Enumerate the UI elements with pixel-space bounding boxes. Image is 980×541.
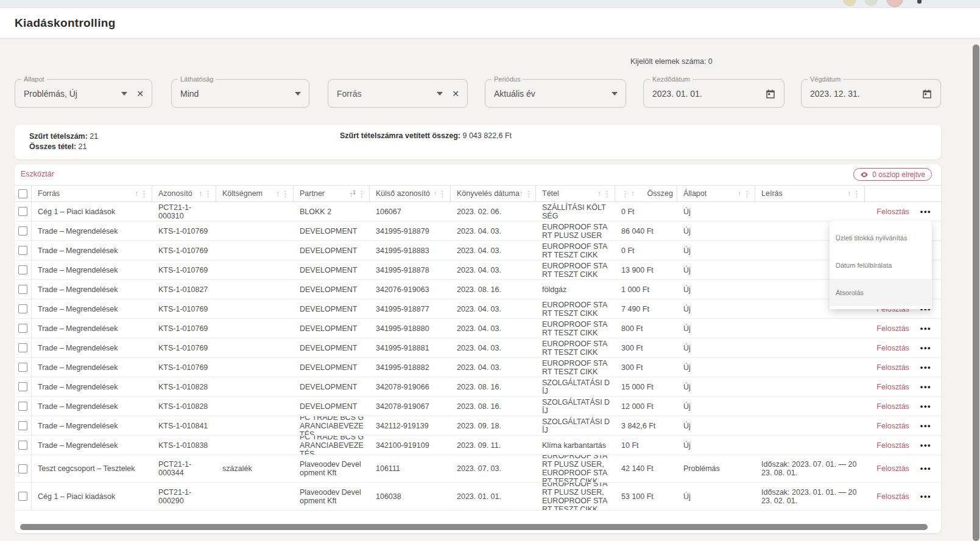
column-menu-icon[interactable]: ⋮ [743, 190, 751, 198]
column-menu-icon[interactable]: ⋮ [358, 190, 365, 198]
horizontal-scrollbar[interactable] [20, 524, 928, 530]
row-checkbox[interactable] [18, 421, 27, 430]
sort-icon[interactable]: ↑ [520, 190, 523, 197]
row-menu-button[interactable]: ••• [920, 464, 931, 473]
filter-lathatosag[interactable]: Láthatóság Mind [171, 79, 309, 108]
filter-periodus[interactable]: Periódus Aktuális év [485, 79, 626, 108]
menu-item-atsorolas[interactable]: Átsorolás [830, 279, 932, 306]
column-menu-icon[interactable]: ⋮ [281, 190, 289, 198]
row-menu-button[interactable]: ••• [920, 324, 931, 333]
row-checkbox[interactable] [18, 492, 27, 501]
sort-icon[interactable]: ↑ [847, 190, 851, 197]
column-menu-icon[interactable]: ⋮ [439, 190, 446, 198]
row-menu-button[interactable]: ••• [920, 402, 931, 411]
hidden-columns-pill[interactable]: 0 oszlop elrejtve [853, 168, 932, 181]
user-avatar[interactable] [886, 0, 903, 7]
felosztas-button[interactable]: Felosztás [876, 208, 909, 216]
row-checkbox[interactable] [18, 207, 27, 216]
row-checkbox[interactable] [18, 464, 27, 473]
row-checkbox[interactable] [18, 402, 27, 411]
column-menu-icon[interactable]: ⋮ [525, 190, 533, 198]
row-checkbox[interactable] [18, 441, 27, 450]
table-row[interactable]: Trade – Megrendelések KTS-1-010828 DEVEL… [15, 377, 941, 397]
menu-item-datum-felulbiralata[interactable]: Dátum felülbírálata [830, 251, 932, 279]
chevron-down-icon[interactable] [612, 92, 618, 96]
filter-vegdatum[interactable]: Végdátum 2023. 12. 31. [801, 79, 941, 108]
language-flag-icon[interactable] [843, 0, 856, 6]
calendar-icon[interactable] [922, 88, 932, 99]
column-menu-icon[interactable]: ⋮ [140, 190, 148, 198]
table-row[interactable]: Trade – Megrendelések KTS-1-010769 DEVEL… [15, 338, 941, 358]
toolbar-button[interactable]: Eszköztár [21, 170, 54, 178]
table-row[interactable]: Trade – Megrendelések KTS-1-010838 PC TR… [15, 436, 941, 455]
calendar-icon[interactable] [765, 88, 776, 99]
sort-icon[interactable]: ↑1 [349, 189, 356, 198]
table-row[interactable]: Teszt cegcsoport – Tesztelek PCT21-1-000… [15, 455, 941, 483]
row-checkbox[interactable] [18, 343, 27, 352]
felosztas-button[interactable]: Felosztás [876, 324, 909, 333]
table-row[interactable]: Trade – Megrendelések KTS-1-010841 PC TR… [15, 416, 941, 436]
row-menu-button[interactable]: ••• [920, 492, 931, 501]
row-menu-button[interactable]: ••• [920, 422, 931, 430]
row-menu-button[interactable]: ••• [920, 441, 931, 450]
cell-item: SZÁLLÍTÁSI KÖLTSÉG [536, 202, 615, 221]
table-row[interactable]: Trade – Megrendelések KTS-1-010769 DEVEL… [15, 241, 941, 260]
table-row[interactable]: Cég 1 – Piaci kiadások PCT21-1-000310 BL… [15, 202, 941, 222]
column-menu-icon[interactable]: ⋮ [853, 190, 861, 198]
felosztas-button[interactable]: Felosztás [876, 464, 909, 473]
sort-icon[interactable]: ↑ [433, 190, 437, 197]
table-row[interactable]: Trade – Megrendelések KTS-1-010769 DEVEL… [15, 358, 941, 377]
row-checkbox[interactable] [18, 226, 27, 236]
row-checkbox[interactable] [18, 285, 27, 294]
row-checkbox[interactable] [18, 304, 27, 313]
felosztas-button[interactable]: Felosztás [876, 383, 909, 391]
felosztas-button[interactable]: Felosztás [876, 441, 909, 450]
table-row[interactable]: Trade – Megrendelések KTS-1-010769 DEVEL… [15, 260, 941, 280]
felosztas-button[interactable]: Felosztás [876, 402, 909, 411]
column-menu-icon[interactable]: ⋮ [621, 190, 629, 198]
sort-icon[interactable]: ↑ [738, 190, 741, 197]
row-checkbox[interactable] [18, 246, 27, 255]
row-menu-button[interactable]: ••• [920, 363, 931, 372]
vertical-scrollbar[interactable] [973, 44, 979, 541]
felosztas-button[interactable]: Felosztás [876, 492, 909, 501]
table-row[interactable]: Trade – Megrendelések KTS-1-010769 DEVEL… [15, 299, 941, 319]
table-row[interactable]: Trade – Megrendelések KTS-1-010769 DEVEL… [15, 222, 941, 241]
table-row[interactable]: Trade – Megrendelések KTS-1-010828 DEVEL… [15, 397, 941, 416]
status-cell: Új [677, 280, 755, 299]
sort-icon[interactable]: ↑ [631, 190, 635, 197]
cell-source: Trade – Megrendelések [32, 358, 152, 377]
chevron-down-icon[interactable] [295, 92, 301, 96]
row-checkbox[interactable] [18, 382, 27, 391]
filter-allapot[interactable]: Állapot Problémás, Új ✕ [15, 79, 152, 108]
chevron-down-icon[interactable] [437, 92, 443, 96]
menu-item-uzleti-titok[interactable]: Üzleti titokká nyilvánítás [830, 224, 932, 251]
table-row[interactable]: Cég 1 – Piaci kiadások PCT21-1-000290 Pl… [15, 483, 941, 511]
column-menu-icon[interactable]: ⋮ [204, 190, 212, 198]
row-checkbox[interactable] [18, 265, 27, 274]
help-icon[interactable] [917, 0, 922, 4]
row-menu-button[interactable]: ••• [920, 344, 931, 352]
clear-icon[interactable]: ✕ [452, 89, 459, 98]
sort-icon[interactable]: ↑ [276, 190, 280, 197]
chevron-down-icon[interactable] [121, 92, 127, 96]
felosztas-button[interactable]: Felosztás [876, 363, 909, 372]
felosztas-button[interactable]: Felosztás [876, 422, 909, 430]
row-checkbox[interactable] [18, 324, 27, 333]
select-all-checkbox[interactable] [18, 189, 27, 198]
cell-item: EUROPROOF START TESZT CIKK [536, 319, 615, 338]
language-flag-icon[interactable] [864, 0, 878, 6]
table-row[interactable]: Trade – Megrendelések KTS-1-010769 DEVEL… [15, 319, 941, 338]
filter-forras[interactable]: Forrás ✕ [328, 79, 468, 108]
table-row[interactable]: Trade – Megrendelések KTS-1-010827 DEVEL… [15, 280, 941, 299]
felosztas-button[interactable]: Felosztás [876, 344, 909, 352]
row-menu-button[interactable]: ••• [920, 208, 931, 216]
sort-icon[interactable]: ↑ [199, 190, 202, 197]
row-menu-button[interactable]: ••• [920, 383, 931, 391]
sort-icon[interactable]: ↑ [135, 190, 138, 197]
clear-icon[interactable]: ✕ [136, 89, 144, 98]
sort-icon[interactable]: ↑ [598, 190, 601, 197]
row-checkbox[interactable] [18, 363, 27, 372]
filter-kezdodatum[interactable]: Kezdődátum 2023. 01. 01. [643, 79, 784, 108]
column-menu-icon[interactable]: ⋮ [603, 190, 611, 198]
